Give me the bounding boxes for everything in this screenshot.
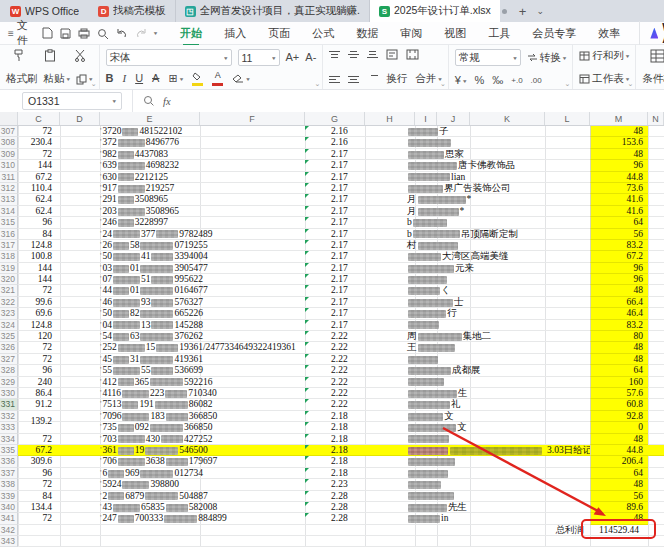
cell-D324[interactable] bbox=[60, 320, 100, 331]
cell-N327[interactable] bbox=[648, 354, 664, 365]
cell-M334[interactable]: 48 bbox=[590, 434, 648, 445]
cell-L340[interactable] bbox=[545, 502, 590, 513]
cell-E308[interactable]: '3728496776 bbox=[100, 137, 305, 148]
number-expander-icon[interactable]: ⌄ bbox=[564, 80, 570, 88]
cell-M341[interactable]: 48 bbox=[590, 513, 648, 524]
document-tab-0[interactable]: D找稿壳模板 bbox=[89, 0, 176, 22]
cell-N336[interactable] bbox=[648, 456, 664, 467]
cell-C321[interactable]: 72 bbox=[18, 285, 60, 296]
cell-E327[interactable]: '4531419361 bbox=[100, 354, 305, 365]
cell-G331[interactable]: 2.22 bbox=[305, 399, 365, 410]
cell-name-327[interactable] bbox=[365, 354, 545, 365]
cell-name-308[interactable] bbox=[365, 137, 545, 148]
comma-style-button[interactable]: ‰ bbox=[492, 75, 503, 86]
column-header-H[interactable]: H bbox=[365, 112, 415, 125]
menu-item-插入[interactable]: 插入 bbox=[213, 24, 257, 43]
align-top-icon[interactable] bbox=[329, 49, 340, 60]
row-header-343[interactable]: 343 bbox=[0, 536, 18, 547]
cell-D321[interactable] bbox=[60, 285, 100, 296]
cell-D336[interactable] bbox=[60, 456, 100, 467]
cell-D338[interactable] bbox=[60, 479, 100, 490]
cell-D310[interactable] bbox=[60, 160, 100, 171]
cell-name-325[interactable]: 周集地二 bbox=[365, 331, 545, 342]
cell-L313[interactable] bbox=[545, 194, 590, 205]
cell-D326[interactable] bbox=[60, 342, 100, 353]
align-left-icon[interactable] bbox=[329, 74, 340, 85]
cell-E310[interactable]: '6394698232 bbox=[100, 160, 305, 171]
cell-C315[interactable]: 96 bbox=[18, 217, 60, 228]
row-header-342[interactable]: 342 bbox=[0, 525, 18, 536]
cell-N319[interactable] bbox=[648, 263, 664, 274]
column-header-L[interactable]: L bbox=[545, 112, 590, 125]
cell-D331[interactable] bbox=[60, 399, 100, 410]
cell-C316[interactable]: 84 bbox=[18, 229, 60, 240]
cell-M331[interactable]: 60.8 bbox=[590, 399, 648, 410]
cell-E339[interactable]: '26879504887 bbox=[100, 491, 305, 502]
cell-M313[interactable]: 41.6 bbox=[590, 194, 648, 205]
cell-E341[interactable]: '247700333884899 bbox=[100, 513, 305, 524]
menu-item-会员专享[interactable]: 会员专享 bbox=[521, 24, 587, 43]
cell-C339[interactable]: 84 bbox=[18, 491, 60, 502]
cell-G307[interactable]: 2.16 bbox=[305, 126, 365, 137]
cell-name-317[interactable]: 村 bbox=[365, 240, 545, 251]
cell-M318[interactable]: 67.2 bbox=[590, 251, 648, 262]
cell-D322[interactable] bbox=[60, 297, 100, 308]
cell-C312[interactable]: 110.4 bbox=[18, 183, 60, 194]
cell-G321[interactable]: 2.17 bbox=[305, 285, 365, 296]
cell-D337[interactable] bbox=[60, 468, 100, 479]
empty-cell-4[interactable] bbox=[365, 536, 545, 547]
cell-C308[interactable]: 230.4 bbox=[18, 137, 60, 148]
cell-L337[interactable] bbox=[545, 468, 590, 479]
cell-G330[interactable]: 2.22 bbox=[305, 388, 365, 399]
column-header-G[interactable]: G bbox=[305, 112, 365, 125]
cell-N334[interactable] bbox=[648, 434, 664, 445]
italic-button[interactable]: I bbox=[122, 73, 126, 84]
cell-C338[interactable]: 72 bbox=[18, 479, 60, 490]
cell-G315[interactable]: 2.17 bbox=[305, 217, 365, 228]
row-header-314[interactable]: 314 bbox=[0, 206, 18, 217]
align-bottom-icon[interactable] bbox=[367, 49, 378, 60]
align-middle-icon[interactable] bbox=[348, 49, 359, 60]
cell-E342[interactable] bbox=[100, 525, 305, 536]
cell-D311[interactable] bbox=[60, 172, 100, 183]
cell-name-319[interactable]: 元来 bbox=[365, 263, 545, 274]
cell-D329[interactable] bbox=[60, 377, 100, 388]
empty-cell-6[interactable] bbox=[590, 536, 648, 547]
formula-input[interactable] bbox=[171, 90, 664, 112]
decrease-font-button[interactable]: A- bbox=[305, 52, 316, 63]
print-icon[interactable] bbox=[78, 28, 90, 39]
bold-button[interactable]: B bbox=[106, 73, 114, 84]
cell-E333[interactable]: '735092366850 bbox=[100, 422, 305, 433]
cell-M315[interactable]: 64 bbox=[590, 217, 648, 228]
cell-D313[interactable] bbox=[60, 194, 100, 205]
cell-G334[interactable]: 2.18 bbox=[305, 434, 365, 445]
cell-name-338[interactable] bbox=[365, 479, 545, 490]
cell-name-310[interactable]: 唐卡佛教饰品 bbox=[365, 160, 545, 171]
cell-C334[interactable]: 72 bbox=[18, 434, 60, 445]
cell-D328[interactable] bbox=[60, 365, 100, 376]
cell-M317[interactable]: 83.2 bbox=[590, 240, 648, 251]
cell-L325[interactable] bbox=[545, 331, 590, 342]
cell-name-315[interactable]: b bbox=[365, 217, 545, 228]
cell-L333[interactable] bbox=[545, 422, 590, 433]
row-header-333[interactable]: 333 bbox=[0, 422, 18, 433]
cell-D327[interactable] bbox=[60, 354, 100, 365]
new-document-icon[interactable] bbox=[42, 27, 53, 39]
percent-button[interactable]: % bbox=[474, 75, 484, 86]
row-header-330[interactable]: 330 bbox=[0, 388, 18, 399]
row-header-320[interactable]: 320 bbox=[0, 274, 18, 285]
row-header-340[interactable]: 340 bbox=[0, 502, 18, 513]
cell-E331[interactable]: '751319186082 bbox=[100, 399, 305, 410]
cell-L317[interactable] bbox=[545, 240, 590, 251]
cell-M316[interactable]: 56 bbox=[590, 229, 648, 240]
cell-N313[interactable] bbox=[648, 194, 664, 205]
cell-G337[interactable]: 2.18 bbox=[305, 468, 365, 479]
cell-M333[interactable]: 0 bbox=[590, 422, 648, 433]
new-tab-button[interactable]: + bbox=[513, 4, 533, 19]
cell-M336[interactable]: 206.4 bbox=[590, 456, 648, 467]
cell-M326[interactable]: 48 bbox=[590, 342, 648, 353]
document-tab-2[interactable]: S2025年设计订单.xlsx bbox=[370, 0, 500, 22]
row-header-328[interactable]: 328 bbox=[0, 365, 18, 376]
cell-N316[interactable] bbox=[648, 229, 664, 240]
cell-D309[interactable] bbox=[60, 149, 100, 160]
